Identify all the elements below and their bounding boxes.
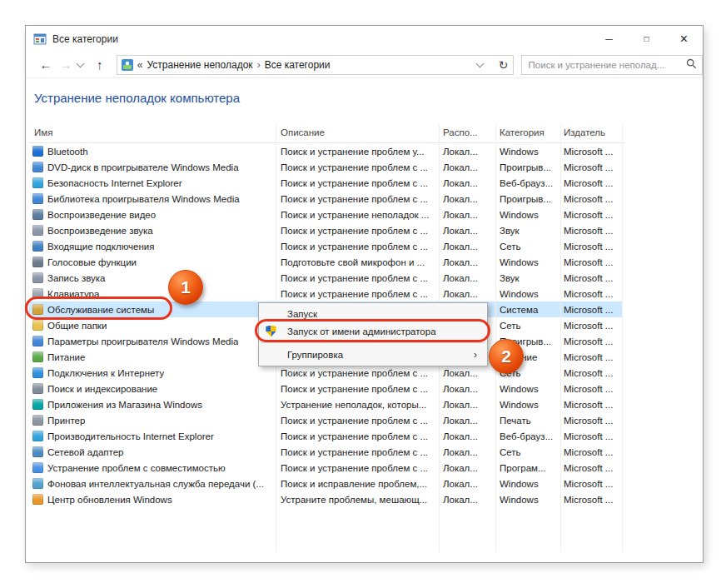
column-header-location[interactable]: Распо... [439,124,495,142]
table-row[interactable]: Сетевой адаптерПоиск и устранение пробле… [29,444,622,460]
row-category-cell: Веб-брауз... [495,178,560,188]
table-row[interactable]: BluetoothПоиск и устранение проблем у...… [29,143,622,159]
column-divider [560,124,561,552]
row-name-cell: Питание [29,351,276,362]
address-bar[interactable]: « Устранение неполадок › Все категории ↻ [117,55,514,75]
table-row[interactable]: Запись звукаПоиск и устранение проблем с… [29,270,622,286]
row-label: Входящие подключения [47,242,154,252]
table-row[interactable]: ПринтерПоиск и устранение проблем с ...Л… [29,412,622,428]
row-name-cell: Поиск и индексирование [29,383,276,394]
row-name-cell: Производительность Internet Explorer [29,431,276,441]
menu-separator [261,342,485,343]
incoming-connections-icon [32,241,43,252]
row-description-cell: Поиск и устранение проблем с ... [276,447,439,457]
table-row[interactable]: DVD-диск в проигрывателе Windows MediaПо… [29,159,622,175]
row-location-cell: Локал... [439,273,495,283]
table-row[interactable]: Фоновая интеллектуальная служба передачи… [29,476,622,491]
screenshot-canvas: Все категории ─ □ × ← → ↑ [0,0,726,588]
table-row[interactable]: Производительность Internet ExplorerПоис… [29,428,622,444]
row-name-cell: Библиотека проигрывателя Windows Media [29,193,276,204]
minimize-icon: ─ [605,34,613,44]
breadcrumb-overflow-chevron[interactable]: « [137,59,143,71]
row-publisher-cell: Microsoft ... [560,384,622,394]
row-description-cell: Устраните проблемы, мешающ... [276,495,439,505]
speech-icon [32,257,43,267]
row-category-cell: Печать [495,416,560,426]
table-row[interactable]: Библиотека проигрывателя Windows MediaПо… [29,191,622,207]
table-row[interactable]: Безопасность Internet ExplorerПоиск и ус… [29,175,622,191]
row-name-cell: Принтер [29,415,276,426]
table-row[interactable]: Подключения к ИнтернетуПоиск и устранени… [29,365,622,381]
row-publisher-cell: Microsoft ... [560,321,622,331]
menu-item-label: Группировка [287,350,343,360]
search-box[interactable] [521,55,703,75]
windows-update-icon [32,494,43,505]
row-label: Поиск и индексирование [47,384,157,394]
minimize-button[interactable]: ─ [590,26,628,52]
column-header-category[interactable]: Категория [495,124,560,142]
row-description-cell: Поиск и устранение проблем с ... [276,289,439,299]
wmp-dvd-icon [32,162,43,172]
column-header-publisher[interactable]: Издатель [560,124,622,142]
row-name-cell: Общие папки [29,320,276,331]
menu-item-label: Запуск [287,309,317,319]
recent-locations-chevron-icon[interactable] [76,59,84,67]
table-row[interactable]: Устранение проблем с совместимостьюПоиск… [29,460,622,476]
row-category-cell: Windows [495,479,560,489]
column-header-description[interactable]: Описание [276,124,439,142]
row-name-cell: Запись звука [29,272,276,283]
row-location-cell: Локал... [439,226,495,236]
printer-icon [32,415,43,426]
row-publisher-cell: Microsoft ... [560,368,622,378]
page-title: Устранение неполадок компьютера [34,91,240,105]
row-label: Устранение проблем с совместимостью [47,463,226,473]
row-location-cell: Локал... [439,463,495,473]
breadcrumb-item-all-categories[interactable]: Все категории [265,59,331,71]
row-label: Приложения из Магазина Windows [47,400,202,410]
troubleshooting-category-icon [122,59,133,71]
row-description-cell: Поиск и устранение проблем с ... [276,273,439,283]
table-row[interactable]: Центр обновления WindowsУстраните пробле… [29,491,622,507]
audio-playback-icon [32,225,43,236]
up-button[interactable]: ↑ [90,58,110,71]
title-bar[interactable]: Все категории ─ □ × [26,26,703,52]
column-header-name[interactable]: Имя [29,124,276,142]
row-location-cell: Локал... [439,495,495,505]
refresh-button[interactable]: ↻ [499,58,509,72]
table-row[interactable]: Приложения из Магазина WindowsУстранение… [29,396,622,412]
row-label: Воспроизведение звука [47,226,153,236]
table-row[interactable]: Поиск и индексированиеПоиск и устранение… [29,381,622,396]
menu-item-grouping[interactable]: Группировка› [259,346,487,363]
forward-button[interactable]: → [56,58,76,71]
row-description-cell: Поиск и устранение неполадок ... [276,210,439,220]
row-name-cell: Приложения из Магазина Windows [29,399,276,410]
back-button[interactable]: ← [36,58,56,71]
row-label: Библиотека проигрывателя Windows Media [47,194,240,204]
row-label: Безопасность Internet Explorer [47,178,182,188]
close-icon: × [680,32,688,46]
address-dropdown-chevron-icon[interactable] [475,59,484,67]
store-apps-icon [32,399,43,410]
table-row[interactable]: Голосовые функцииПодготовьте свой микроф… [29,254,622,270]
row-label: Воспроизведение видео [47,210,156,220]
ie-performance-icon [32,431,43,441]
row-name-cell: Центр обновления Windows [29,494,276,505]
row-category-cell: Windows [495,384,560,394]
table-row[interactable]: Воспроизведение звукаПоиск и устранение … [29,222,622,238]
row-description-cell: Поиск и устранение проблем с ... [276,416,439,426]
all-categories-app-icon [33,32,47,46]
row-publisher-cell: Microsoft ... [560,352,622,362]
close-button[interactable]: × [665,26,703,52]
table-row[interactable]: Воспроизведение видеоПоиск и устранение … [29,207,622,222]
search-icon[interactable] [686,57,697,72]
row-name-cell: Воспроизведение звука [29,225,276,236]
row-label: Сетевой адаптер [47,447,124,457]
row-label: Подключения к Интернету [47,368,164,378]
maximize-button[interactable]: □ [628,26,665,52]
search-input[interactable] [527,59,683,71]
row-category-cell: Звук [495,273,560,283]
table-row[interactable]: Входящие подключенияПоиск и устранение п… [29,238,622,254]
row-publisher-cell: Microsoft ... [560,431,622,441]
row-location-cell: Локал... [439,368,495,378]
breadcrumb-item-troubleshooting[interactable]: Устранение неполадок [147,59,253,71]
